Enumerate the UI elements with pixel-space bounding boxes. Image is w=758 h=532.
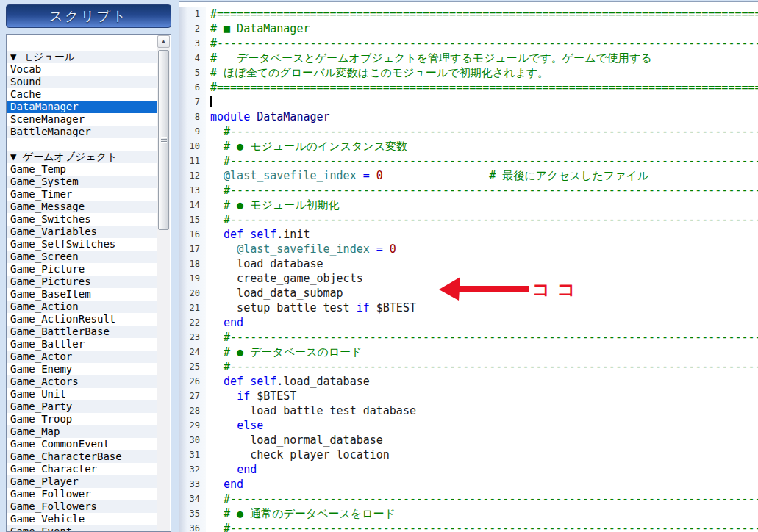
- script-list-item[interactable]: Game_Screen: [7, 251, 157, 263]
- script-list-item[interactable]: Game_ActionResult: [7, 313, 157, 326]
- code-line[interactable]: 34 #------------------------------------…: [179, 492, 758, 506]
- script-list-item[interactable]: Game_SelfSwitches: [7, 238, 157, 251]
- script-list-item[interactable]: Game_System: [7, 176, 157, 188]
- line-text: def self.load_database: [206, 374, 758, 389]
- code-line[interactable]: 24 # ● データベースのロード: [179, 345, 758, 359]
- line-text: create_game_objects: [206, 271, 758, 286]
- line-number: 36: [179, 521, 206, 532]
- script-list-item[interactable]: Game_Unit: [7, 388, 157, 400]
- line-text: @last_savefile_index = 0 # 最後にアクセスしたファイル: [206, 168, 758, 183]
- script-list-item[interactable]: Game_Troop: [7, 413, 157, 425]
- code-line[interactable]: 16 def self.init: [179, 227, 758, 242]
- line-number: 1: [179, 7, 206, 21]
- script-list-item[interactable]: Game_Battler: [7, 338, 157, 351]
- code-line[interactable]: 7: [179, 95, 758, 109]
- line-text: # データベースとゲームオブジェクトを管理するモジュールです。ゲームで使用する: [206, 51, 758, 65]
- line-text: #---------------------------------------…: [206, 330, 758, 345]
- script-list-item[interactable]: Game_Followers: [7, 500, 157, 513]
- code-line[interactable]: 18 load_database: [179, 256, 758, 271]
- code-line[interactable]: 15 #------------------------------------…: [179, 212, 758, 227]
- code-line[interactable]: 4# データベースとゲームオブジェクトを管理するモジュールです。ゲームで使用する: [179, 51, 758, 65]
- script-list-item[interactable]: Game_Actor: [7, 351, 157, 363]
- scroll-thumb[interactable]: [158, 50, 169, 230]
- code-line[interactable]: 33 end: [179, 477, 758, 492]
- code-line[interactable]: 20 load_data_submap: [179, 286, 758, 301]
- code-line[interactable]: 31 check_player_location: [179, 447, 758, 462]
- code-line[interactable]: 22 end: [179, 315, 758, 330]
- script-list-item[interactable]: Sound: [7, 76, 157, 88]
- code-line[interactable]: 17 @last_savefile_index = 0: [179, 242, 758, 256]
- script-list-item[interactable]: [7, 38, 157, 51]
- code-line[interactable]: 10 # ● モジュールのインスタンス変数: [179, 139, 758, 154]
- script-list-item[interactable]: Game_Variables: [7, 226, 157, 238]
- script-list-item[interactable]: Game_Vehicle: [7, 513, 157, 525]
- code-line[interactable]: 27 if $BTEST: [179, 389, 758, 403]
- script-list-item[interactable]: Game_Message: [7, 201, 157, 213]
- code-lines: 1#======================================…: [179, 7, 758, 532]
- script-list-item[interactable]: Game_Picture: [7, 263, 157, 276]
- script-list-item[interactable]: Game_Follower: [7, 488, 157, 500]
- script-list-item[interactable]: Game_Timer: [7, 188, 157, 201]
- script-list[interactable]: ▼ モジュールVocabSoundCacheDataManagerSceneMa…: [6, 34, 171, 532]
- script-list-item[interactable]: Game_Map: [7, 425, 157, 438]
- code-line[interactable]: 11 #------------------------------------…: [179, 154, 758, 168]
- code-line[interactable]: 28 load_battle_test_database: [179, 403, 758, 418]
- line-text: #---------------------------------------…: [206, 492, 758, 506]
- line-text: #---------------------------------------…: [206, 212, 758, 227]
- line-text: def self.init: [206, 227, 758, 242]
- code-line[interactable]: 19 create_game_objects: [179, 271, 758, 286]
- script-list-item[interactable]: Game_Switches: [7, 213, 157, 226]
- script-list-item[interactable]: BattleManager: [7, 126, 157, 138]
- code-line[interactable]: 30 load_normal_database: [179, 433, 758, 447]
- scroll-up-button[interactable]: ▲: [157, 35, 170, 48]
- scripts-header-button[interactable]: スクリプト: [6, 4, 171, 28]
- code-line[interactable]: 26 def self.load_database: [179, 374, 758, 389]
- code-line[interactable]: 3#--------------------------------------…: [179, 36, 758, 51]
- script-list-item[interactable]: Game_CommonEvent: [7, 438, 157, 450]
- script-list-item[interactable]: Game_Enemy: [7, 363, 157, 375]
- code-line[interactable]: 5# ほぼ全てのグローバル変数はこのモジュールで初期化されます。: [179, 65, 758, 80]
- script-list-item[interactable]: Game_Temp: [7, 163, 157, 176]
- script-list-item[interactable]: Vocab: [7, 63, 157, 76]
- line-text: @last_savefile_index = 0: [206, 242, 758, 256]
- script-list-item[interactable]: Game_Player: [7, 475, 157, 488]
- script-list-item[interactable]: DataManager: [7, 101, 157, 113]
- code-line[interactable]: 8module DataManager: [179, 109, 758, 124]
- code-line[interactable]: 12 @last_savefile_index = 0 # 最後にアクセスしたフ…: [179, 168, 758, 183]
- script-list-scrollbar[interactable]: ▲: [157, 35, 170, 531]
- script-list-item[interactable]: Game_Pictures: [7, 276, 157, 288]
- line-number: 20: [179, 286, 206, 301]
- code-line[interactable]: 25 #------------------------------------…: [179, 359, 758, 374]
- code-line[interactable]: 36 #------------------------------------…: [179, 521, 758, 532]
- script-list-item[interactable]: Game_Actors: [7, 375, 157, 388]
- annotation-label: ココ: [532, 278, 583, 301]
- code-line[interactable]: 9 #-------------------------------------…: [179, 124, 758, 139]
- script-list-item[interactable]: Game_CharacterBase: [7, 450, 157, 463]
- script-list-item[interactable]: Game_Event: [7, 525, 157, 532]
- script-list-item[interactable]: Game_BattlerBase: [7, 326, 157, 338]
- code-line[interactable]: 23 #------------------------------------…: [179, 330, 758, 345]
- line-text: else: [206, 418, 758, 433]
- script-list-item[interactable]: SceneManager: [7, 113, 157, 126]
- script-list-section[interactable]: ▼ ゲームオブジェクト: [7, 151, 157, 163]
- line-text: #---------------------------------------…: [206, 124, 758, 139]
- line-number: 6: [179, 80, 206, 95]
- code-line[interactable]: 29 else: [179, 418, 758, 433]
- code-line[interactable]: 21 setup_battle_test if $BTEST: [179, 301, 758, 315]
- code-line[interactable]: 2# ■ DataManager: [179, 21, 758, 36]
- code-line[interactable]: 1#======================================…: [179, 7, 758, 21]
- code-line[interactable]: 13 #------------------------------------…: [179, 183, 758, 198]
- script-list-item[interactable]: [7, 138, 157, 151]
- code-editor[interactable]: 1#======================================…: [179, 1, 758, 532]
- script-list-item[interactable]: Game_Action: [7, 301, 157, 313]
- script-list-item[interactable]: Game_BaseItem: [7, 288, 157, 301]
- script-list-item[interactable]: Game_Party: [7, 400, 157, 413]
- script-list-item[interactable]: Game_Character: [7, 463, 157, 475]
- code-line[interactable]: 35 # ● 通常のデータベースをロード: [179, 506, 758, 521]
- code-line[interactable]: 32 end: [179, 462, 758, 477]
- code-line[interactable]: 14 # ● モジュール初期化: [179, 198, 758, 212]
- code-line[interactable]: 6#======================================…: [179, 80, 758, 95]
- script-list-section[interactable]: ▼ モジュール: [7, 51, 157, 63]
- line-text: load_normal_database: [206, 433, 758, 447]
- script-list-item[interactable]: Cache: [7, 88, 157, 101]
